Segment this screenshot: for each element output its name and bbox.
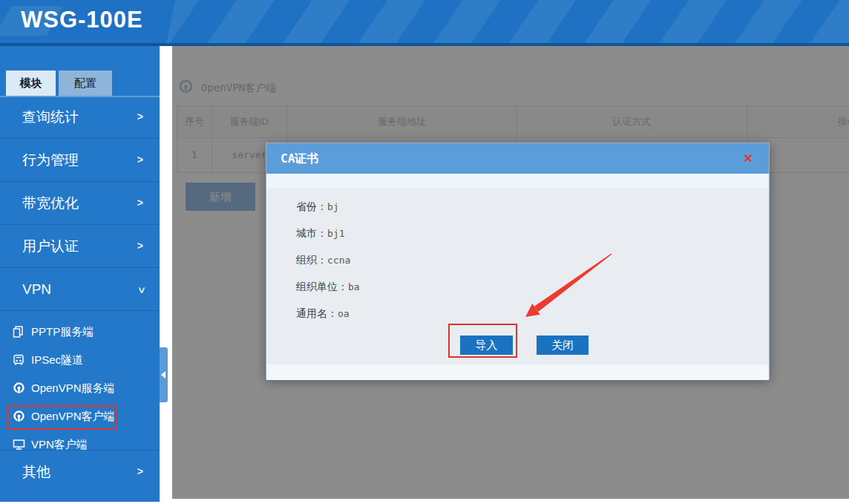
pptp-server-icon: [10, 324, 27, 339]
field-label: 组织单位：: [296, 281, 348, 292]
ca-certificate-dialog: CA证书 × 省份：bj 城市：bj1 组织：ccna 组织单位：ba 通用名：…: [266, 143, 770, 379]
chevron-right-icon: >: [137, 225, 143, 267]
sidebar-subitem-label: OpenVPN客户端: [31, 410, 115, 424]
dialog-footer-band: [266, 364, 769, 380]
field-label: 组织：: [296, 254, 327, 266]
import-button[interactable]: 导入: [460, 336, 513, 355]
sidebar-item-label: 行为管理: [22, 139, 79, 181]
sidebar-subitem-label: VPN客户端: [31, 438, 88, 452]
sidebar-item-bandwidth[interactable]: 带宽优化 >: [0, 182, 160, 225]
tab-config[interactable]: 配置: [59, 71, 112, 96]
sidebar-subitem-label: IPSec隧道: [31, 353, 83, 367]
field-org-unit: 组织单位：ba: [296, 273, 360, 300]
dialog-title: CA证书: [281, 143, 318, 174]
field-value: ccna: [327, 255, 350, 266]
app-logo: WSG-100E: [21, 7, 143, 33]
field-value: bj1: [327, 228, 344, 239]
field-value: bj: [327, 201, 339, 212]
sidebar-subitem-label: OpenVPN服务端: [31, 382, 115, 396]
chevron-right-icon: >: [137, 451, 143, 493]
sidebar-item-label: 其他: [22, 451, 50, 493]
openvpn-icon: [10, 409, 27, 424]
sidebar-collapse-handle[interactable]: [160, 347, 168, 402]
field-label: 城市：: [296, 227, 327, 239]
collapse-arrow-icon: [161, 371, 165, 379]
sidebar-item-other[interactable]: 其他 >: [0, 451, 160, 494]
app-header: WSG-100E: [0, 0, 849, 43]
sidebar-item-openvpn-server[interactable]: OpenVPN服务端: [0, 374, 160, 402]
sidebar-item-user-auth[interactable]: 用户认证 >: [0, 225, 160, 268]
tab-modules[interactable]: 模块: [6, 71, 56, 96]
field-label: 省份：: [296, 200, 327, 212]
sidebar-subitem-label: PPTP服务端: [31, 325, 94, 339]
field-common-name: 通用名：oa: [296, 300, 350, 327]
field-province: 省份：bj: [296, 193, 339, 220]
sidebar-tabs: 模块 配置: [0, 46, 160, 96]
sidebar: 模块 配置 查询统计 > 行为管理 > 带宽优化 > 用户认证 > VPN > …: [0, 46, 160, 502]
field-organization: 组织：ccna: [296, 246, 350, 273]
openvpn-icon: [10, 381, 27, 396]
sidebar-item-pptp-server[interactable]: PPTP服务端: [0, 318, 160, 346]
sidebar-item-label: 查询统计: [22, 96, 79, 138]
chevron-down-icon: >: [136, 287, 148, 293]
sidebar-item-ipsec-tunnel[interactable]: IPSec隧道: [0, 346, 160, 374]
field-value: ba: [348, 281, 360, 292]
dialog-top-band: [266, 174, 769, 189]
dialog-titlebar[interactable]: CA证书 ×: [266, 143, 769, 174]
close-icon[interactable]: ×: [739, 149, 757, 167]
ipsec-tunnel-icon: [10, 353, 27, 367]
sidebar-item-label: 用户认证: [22, 225, 79, 267]
close-button[interactable]: 关闭: [537, 336, 589, 355]
sidebar-item-behavior-mgmt[interactable]: 行为管理 >: [0, 139, 160, 182]
sidebar-item-label: 带宽优化: [22, 182, 79, 224]
field-label: 通用名：: [296, 307, 338, 319]
chevron-right-icon: >: [137, 139, 143, 181]
monitor-icon: [10, 437, 27, 452]
sidebar-item-query-stats[interactable]: 查询统计 >: [0, 96, 160, 139]
chevron-right-icon: >: [137, 182, 143, 224]
sidebar-item-label: VPN: [22, 268, 51, 310]
field-value: oa: [338, 308, 350, 319]
sidebar-item-openvpn-client[interactable]: OpenVPN客户端: [0, 402, 160, 431]
chevron-right-icon: >: [137, 96, 143, 138]
sidebar-item-vpn[interactable]: VPN >: [0, 268, 160, 311]
field-city: 城市：bj1: [296, 220, 344, 246]
vpn-submenu: PPTP服务端 IPSec隧道: [0, 311, 160, 451]
